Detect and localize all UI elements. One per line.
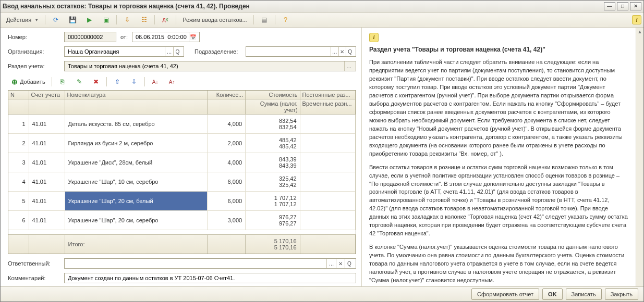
help-scrollbar[interactable]: ▲ ▼ bbox=[636, 28, 643, 286]
sort-asc-icon[interactable]: A↓ bbox=[148, 76, 163, 87]
info-panel-toggle-icon[interactable]: i bbox=[632, 15, 641, 24]
titlebar: Ввод начальных остатков: Товары и торгов… bbox=[1, 1, 643, 12]
col-perm[interactable]: Постоянные раз... bbox=[300, 91, 356, 99]
col-nom[interactable]: Номенклатура bbox=[65, 91, 208, 99]
close-window-button[interactable]: ✕ bbox=[630, 2, 641, 10]
edit-row-icon[interactable]: ✎ bbox=[71, 76, 87, 87]
col-cost[interactable]: Стоимость bbox=[246, 91, 300, 99]
clear-icon[interactable]: ✕ bbox=[336, 259, 345, 268]
form-report-button[interactable]: Сформировать отчет bbox=[471, 288, 539, 300]
org-field[interactable]: … Q bbox=[64, 46, 184, 57]
table-toolbar: ⊕ Добавить ⎘ ✎ ✖ ⇧ ⇩ A↓ A↑ bbox=[8, 76, 356, 88]
help-heading: Раздел учета "Товары и торговая наценка … bbox=[369, 45, 628, 54]
table-row[interactable]: 541.01Украшение "Шар", 20 см, белый6,000… bbox=[8, 192, 356, 211]
section-field[interactable]: … bbox=[64, 61, 356, 71]
col-qty[interactable]: Количес... bbox=[208, 91, 246, 99]
table-row[interactable]: 441.01Украшение "Шар", 10 см, серебро6,0… bbox=[8, 172, 356, 192]
info-icon: i bbox=[369, 33, 379, 42]
input-mode-button[interactable]: Режим ввода остатков... bbox=[179, 14, 251, 26]
move-down-icon[interactable]: ⇩ bbox=[126, 76, 142, 87]
number-label: Номер: bbox=[8, 34, 60, 40]
number-field[interactable] bbox=[64, 32, 116, 42]
section-label: Раздел учета: bbox=[8, 63, 60, 69]
toolbar-report-icon[interactable]: ▤ bbox=[257, 14, 272, 26]
comment-field[interactable] bbox=[64, 273, 356, 283]
toolbar-post-icon[interactable]: ▶ bbox=[81, 14, 97, 26]
footer-total: 5 170,16 5 170,16 bbox=[246, 235, 300, 254]
toolbar-basis-icon[interactable]: ⇩ bbox=[119, 14, 135, 26]
toolbar-help-icon[interactable]: ? bbox=[278, 14, 294, 26]
delete-row-icon[interactable]: ✖ bbox=[88, 76, 104, 87]
open-icon[interactable]: Q bbox=[345, 259, 354, 268]
ok-button[interactable]: OK bbox=[542, 288, 563, 300]
select-icon[interactable]: … bbox=[165, 47, 173, 56]
calendar-icon[interactable]: 📅 bbox=[189, 32, 197, 42]
col-acc[interactable]: Счет учета bbox=[29, 91, 65, 99]
table-row[interactable]: 241.01Гирлянда из бусин 2 м, серебро2,00… bbox=[8, 134, 356, 153]
nomenclature-grid[interactable]: N Счет учета Номенклатура Количес... Сто… bbox=[8, 90, 356, 254]
select-icon[interactable]: … bbox=[331, 47, 338, 56]
division-label: Подразделение: bbox=[195, 48, 241, 55]
comment-label: Комментарий: bbox=[8, 275, 60, 281]
org-label: Организация: bbox=[8, 48, 60, 55]
copy-row-icon[interactable]: ⎘ bbox=[55, 76, 70, 87]
table-row[interactable]: 341.01Украшение "Диск", 28см, белый4,000… bbox=[8, 153, 356, 172]
table-row[interactable]: 641.01Украшение "Шар", 20 см, серебро3,0… bbox=[8, 211, 356, 230]
toolbar-save-icon[interactable]: 💾 bbox=[65, 14, 80, 26]
from-label: от: bbox=[120, 34, 128, 40]
col-n[interactable]: N bbox=[8, 91, 29, 99]
input-mode-label: Режим ввода остатков... bbox=[183, 17, 247, 23]
add-row-label: Добавить bbox=[20, 79, 45, 85]
footer-bar: Сформировать отчет OK Записать Закрыть bbox=[1, 286, 643, 301]
main-toolbar: Действия ▼ ⟳ 💾 ▶ ▣ ⇩ ☷ ДК Режим ввода ос… bbox=[1, 12, 643, 28]
col-tax[interactable]: Сумма (налог. учет) bbox=[246, 99, 300, 114]
toolbar-unpost-icon[interactable]: ▣ bbox=[98, 14, 114, 26]
help-paragraph: При заполнении табличной части следует о… bbox=[369, 58, 628, 158]
minimize-button[interactable]: — bbox=[604, 2, 615, 10]
date-field[interactable]: 📅 bbox=[132, 32, 200, 42]
move-up-icon[interactable]: ⇧ bbox=[110, 76, 125, 87]
select-icon[interactable]: … bbox=[344, 61, 354, 71]
scroll-up-icon: ▲ bbox=[636, 28, 643, 36]
col-temp[interactable]: Временные разн... bbox=[300, 99, 356, 114]
toolbar-debit-credit-icon[interactable]: ДК bbox=[157, 14, 173, 26]
sort-desc-icon[interactable]: A↑ bbox=[164, 76, 180, 87]
toolbar-structure-icon[interactable]: ☷ bbox=[136, 14, 152, 26]
add-row-button[interactable]: ⊕ Добавить bbox=[8, 76, 49, 87]
toolbar-refresh-icon[interactable]: ⟳ bbox=[48, 14, 64, 26]
open-icon[interactable]: Q bbox=[173, 47, 181, 56]
plus-icon: ⊕ bbox=[11, 78, 18, 86]
window-title: Ввод начальных остатков: Товары и торгов… bbox=[3, 3, 602, 10]
select-icon[interactable]: … bbox=[326, 259, 335, 268]
chevron-down-icon: ▼ bbox=[34, 18, 39, 22]
footer-total-label: Итого: bbox=[65, 235, 208, 254]
responsible-field[interactable]: … ✕ Q bbox=[64, 258, 356, 269]
actions-menu[interactable]: Действия ▼ bbox=[3, 14, 42, 26]
help-paragraph: Ввести остатки товаров в рознице и остат… bbox=[369, 163, 628, 238]
actions-label: Действия bbox=[6, 17, 31, 23]
open-icon[interactable]: Q bbox=[346, 47, 354, 56]
help-panel: i Раздел учета "Товары и торговая наценк… bbox=[361, 28, 643, 286]
maximize-button[interactable]: □ bbox=[617, 2, 628, 10]
responsible-label: Ответственный: bbox=[8, 260, 60, 267]
clear-icon[interactable]: ✕ bbox=[338, 47, 346, 56]
close-button[interactable]: Закрыть bbox=[605, 288, 638, 300]
table-row[interactable]: 141.01Деталь искусств. 85 см, серебро4,0… bbox=[8, 115, 356, 134]
division-field[interactable]: … ✕ Q bbox=[246, 46, 356, 57]
save-button[interactable]: Записать bbox=[566, 288, 602, 300]
help-paragraph: В колонке "Сумма (налог.учет)" указывает… bbox=[369, 243, 628, 285]
